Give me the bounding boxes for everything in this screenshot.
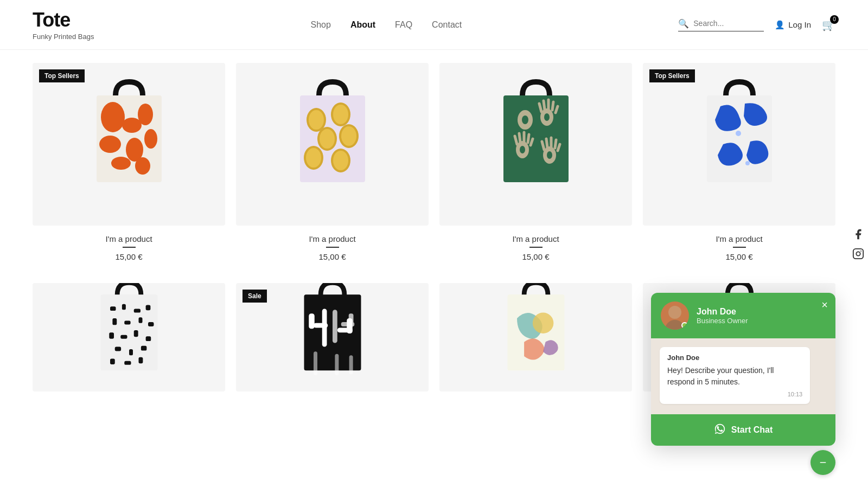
login-button[interactable]: 👤 Log In <box>775 20 811 30</box>
badge-top-sellers-4: Top Sellers <box>649 69 695 82</box>
svg-rect-63 <box>129 349 133 355</box>
svg-point-8 <box>135 157 150 175</box>
svg-point-3 <box>138 104 153 125</box>
svg-rect-55 <box>124 320 130 324</box>
product-image-2 <box>236 63 429 226</box>
facebook-button[interactable] <box>848 224 868 244</box>
product-card-2[interactable]: I'm a product 15,00 € <box>236 63 429 266</box>
svg-point-1 <box>101 102 125 132</box>
product-divider-2 <box>326 247 339 248</box>
svg-rect-77 <box>314 351 317 375</box>
bubble-text: Hey! Describe your question, I'll respon… <box>667 365 802 388</box>
product-price-4: 15,00 € <box>643 252 835 261</box>
product-name-1: I'm a product <box>33 234 225 243</box>
cart-button[interactable]: 🛒 0 <box>822 18 835 31</box>
svg-point-31 <box>544 113 550 121</box>
badge-top-sellers-1: Top Sellers <box>39 69 85 82</box>
instagram-button[interactable] <box>848 244 868 264</box>
svg-line-27 <box>544 101 545 110</box>
svg-rect-51 <box>122 304 125 310</box>
svg-rect-71 <box>309 313 315 329</box>
svg-point-85 <box>860 251 861 252</box>
svg-point-45 <box>547 151 552 159</box>
logo-title: Tote <box>33 9 94 31</box>
svg-point-24 <box>522 115 528 124</box>
product-card-3[interactable]: I'm a product 15,00 € <box>439 63 632 266</box>
svg-point-48 <box>745 161 750 165</box>
tote-cactus <box>284 283 381 391</box>
svg-point-11 <box>309 110 324 130</box>
chat-close-button[interactable]: × <box>821 299 828 310</box>
nav-shop[interactable]: Shop <box>311 20 331 30</box>
chat-header: John Doe Business Owner × <box>651 293 835 338</box>
svg-line-43 <box>555 140 556 148</box>
svg-point-6 <box>144 129 157 149</box>
product-price-1: 15,00 € <box>33 252 225 261</box>
svg-point-84 <box>856 252 860 255</box>
product-info-2: I'm a product 15,00 € <box>236 226 429 266</box>
svg-rect-60 <box>133 330 138 337</box>
svg-rect-61 <box>145 336 151 341</box>
product-image-4: Top Sellers <box>643 63 835 226</box>
chat-avatar <box>661 301 689 330</box>
svg-rect-64 <box>141 346 146 351</box>
product-name-3: I'm a product <box>439 234 632 243</box>
svg-point-19 <box>306 148 321 168</box>
bubble-sender: John Doe <box>667 354 802 362</box>
svg-line-34 <box>519 133 520 142</box>
product-divider-4 <box>733 247 746 248</box>
social-sidebar <box>848 224 868 264</box>
tote-dalmatian <box>80 283 178 391</box>
chat-agent-name: John Doe <box>697 307 826 317</box>
products-grid-row1: Top Sellers <box>33 63 835 266</box>
product-image-3 <box>439 63 632 226</box>
product-card-4[interactable]: Top Sellers I'm a pro <box>643 63 835 266</box>
svg-point-38 <box>520 146 525 153</box>
product-card-1[interactable]: Top Sellers <box>33 63 225 266</box>
search-wrap[interactable]: 🔍 <box>678 18 764 31</box>
product-card-7[interactable] <box>439 283 632 391</box>
product-image-7 <box>439 283 632 391</box>
svg-point-21 <box>333 151 348 170</box>
product-price-2: 15,00 € <box>236 252 429 261</box>
svg-rect-57 <box>148 322 154 326</box>
logo[interactable]: Tote Funky Printed Bags <box>33 9 94 41</box>
search-input[interactable] <box>693 19 764 28</box>
nav-faq[interactable]: FAQ <box>395 20 412 30</box>
svg-line-36 <box>528 134 529 143</box>
svg-point-17 <box>341 126 356 146</box>
header-right: 🔍 👤 Log In 🛒 0 <box>678 18 835 31</box>
nav-about[interactable]: About <box>350 20 375 30</box>
svg-rect-58 <box>109 332 114 338</box>
chat-bubble: John Doe Hey! Describe your question, I'… <box>660 347 810 404</box>
product-image-1: Top Sellers <box>33 63 225 226</box>
nav-contact[interactable]: Contact <box>432 20 462 30</box>
product-divider-3 <box>529 247 542 248</box>
product-card-6[interactable]: Sale <box>236 283 429 391</box>
login-label: Log In <box>788 20 811 29</box>
chat-agent-role: Business Owner <box>697 317 826 325</box>
svg-line-41 <box>546 139 547 147</box>
cart-badge: 0 <box>830 15 839 24</box>
svg-point-87 <box>668 306 681 319</box>
chat-box: John Doe Business Owner × John Doe Hey! … <box>651 293 835 404</box>
tote-abstract <box>487 283 585 391</box>
svg-rect-66 <box>124 361 131 365</box>
chat-body: John Doe Hey! Describe your question, I'… <box>651 338 835 404</box>
product-card-5[interactable] <box>33 283 225 391</box>
svg-rect-78 <box>335 354 339 375</box>
svg-line-29 <box>552 102 553 110</box>
svg-rect-79 <box>349 355 353 374</box>
tote-blue <box>691 79 788 209</box>
tote-green <box>487 79 585 209</box>
svg-point-13 <box>333 105 348 124</box>
svg-rect-65 <box>110 358 115 364</box>
chat-header-info: John Doe Business Owner <box>697 307 826 325</box>
product-name-4: I'm a product <box>643 234 835 243</box>
svg-rect-56 <box>138 317 142 323</box>
svg-rect-74 <box>333 310 337 343</box>
svg-rect-50 <box>110 306 116 311</box>
svg-rect-62 <box>114 347 120 351</box>
product-info-3: I'm a product 15,00 € <box>439 226 632 266</box>
main-nav: Shop About FAQ Contact <box>311 20 462 30</box>
